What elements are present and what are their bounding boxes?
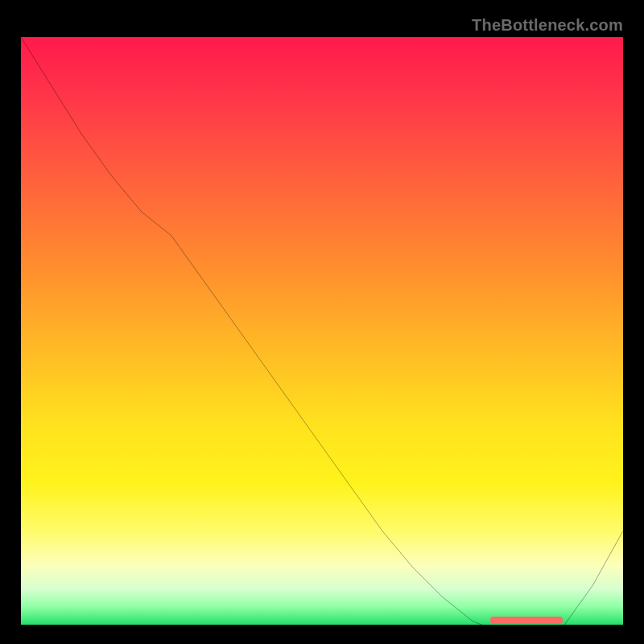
- watermark-text: TheBottleneck.com: [472, 16, 623, 35]
- optimal-range-marker: [490, 617, 563, 624]
- curve-path: [21, 37, 623, 639]
- bottleneck-curve: [21, 37, 623, 639]
- plot-area: [21, 37, 623, 625]
- chart-frame: TheBottleneck.com: [16, 16, 628, 628]
